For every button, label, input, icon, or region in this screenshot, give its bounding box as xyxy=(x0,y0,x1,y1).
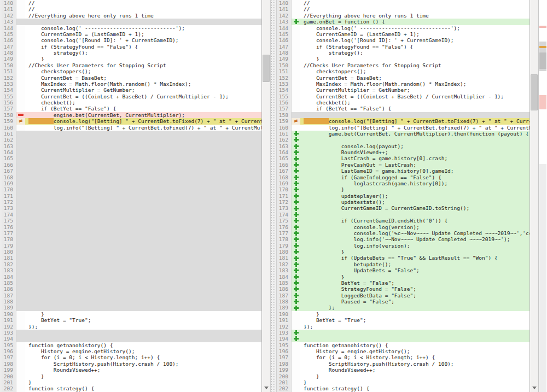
code-text: //Checks User Parameters for Stopping Sc… xyxy=(25,62,261,68)
pane-splitter[interactable] xyxy=(270,0,277,392)
code-line-187: 187 LoggedBetData = "False"; xyxy=(277,292,529,299)
line-margin xyxy=(16,62,25,68)
code-text xyxy=(300,137,529,143)
left-compare-pane[interactable]: 140//141//142//Everything above here onl… xyxy=(0,0,261,392)
line-number: 197 xyxy=(277,354,292,360)
line-margin xyxy=(16,317,25,323)
code-line-148: 148 strategy(); xyxy=(2,50,261,56)
code-text: }; xyxy=(300,305,529,311)
code-text xyxy=(25,336,261,342)
plus-icon xyxy=(292,218,300,224)
changed-text: console.log("[Betting] " + CurrentBet.to… xyxy=(54,118,261,124)
code-text: if (UpdateBets == "True" && LastResult =… xyxy=(300,255,529,261)
code-text xyxy=(25,236,261,242)
nav-tail-region xyxy=(539,164,546,392)
line-number: 184 xyxy=(277,274,292,280)
code-text: console.log('[Round ID]: ' + CurrentGame… xyxy=(25,37,261,43)
line-number: 152 xyxy=(2,75,16,81)
line-margin xyxy=(16,100,25,106)
code-line-172: 172 updatestats(); xyxy=(277,199,529,205)
line-number: 179 xyxy=(277,243,292,249)
line-number: 174 xyxy=(2,212,16,218)
line-number: 142 xyxy=(2,13,16,19)
code-text xyxy=(25,19,261,25)
code-text xyxy=(25,286,261,292)
line-number: 148 xyxy=(277,50,292,56)
line-number: 165 xyxy=(2,155,16,161)
line-number: 157 xyxy=(2,106,16,112)
not-equal-icon: ≠ xyxy=(19,119,23,124)
line-number: 193 xyxy=(277,330,292,336)
line-number: 149 xyxy=(277,56,292,62)
plus-icon xyxy=(294,212,299,217)
line-number: 161 xyxy=(2,131,16,137)
right-scrollbar-thumb[interactable] xyxy=(531,74,538,110)
code-text xyxy=(25,174,261,180)
file-compare-view: 140//141//142//Everything above here onl… xyxy=(0,0,547,392)
plus-icon xyxy=(292,274,300,280)
code-line-197: 197 for (i = 0; i < History.length; i++)… xyxy=(277,354,529,360)
line-number: 191 xyxy=(2,317,16,323)
left-scroll-down-button[interactable] xyxy=(262,385,270,391)
plus-icon xyxy=(292,299,300,305)
right-scroll-down-button[interactable] xyxy=(530,385,538,391)
code-text xyxy=(25,330,261,336)
code-line-202: 202function strategy() { xyxy=(277,385,529,391)
line-number: 188 xyxy=(277,299,292,305)
code-text: CurrentGameID = (LastGameID + 1); xyxy=(300,31,529,37)
line-number: 172 xyxy=(2,199,16,205)
left-scrollbar-thumb[interactable] xyxy=(263,55,270,82)
line-number: 201 xyxy=(2,379,16,385)
line-number: 157 xyxy=(277,106,292,112)
line-number: 202 xyxy=(2,385,16,391)
code-text: updatestats(); xyxy=(300,199,529,205)
line-number: 145 xyxy=(277,31,292,37)
code-line-194: 194 xyxy=(277,336,529,342)
line-number: 180 xyxy=(2,249,16,255)
line-number: 197 xyxy=(2,354,16,360)
plus-icon xyxy=(294,156,299,161)
code-text: CurrentMultiplier = GetNumber; xyxy=(25,87,261,93)
code-text: CurrentGameID = (LastGameID + 1); xyxy=(25,31,261,37)
line-number: 195 xyxy=(277,342,292,348)
left-pane-scrollbar[interactable] xyxy=(261,0,270,392)
minus-icon xyxy=(18,114,24,116)
code-line-180: 180 xyxy=(2,249,261,255)
code-text: History = engine.getHistory(); xyxy=(300,348,529,354)
code-line-142: 142//Everything above here only runs 1 t… xyxy=(2,13,261,19)
plus-icon xyxy=(292,149,300,155)
code-text: RoundsViewed++; xyxy=(25,367,261,373)
code-text: ScriptHistory.push(History.crash / 100); xyxy=(25,361,261,367)
code-text: } xyxy=(300,56,529,62)
line-number: 147 xyxy=(2,44,16,50)
code-text: UpdateBets = "False"; xyxy=(300,267,529,273)
plus-icon xyxy=(294,187,299,192)
plus-icon xyxy=(292,180,300,186)
line-number: 182 xyxy=(277,261,292,267)
line-number: 145 xyxy=(2,31,16,37)
code-line-162: 162 xyxy=(277,137,529,143)
right-compare-pane[interactable]: 140//141//142//Everything above here onl… xyxy=(277,0,529,392)
code-line-144: 144 console.log(' ----------------------… xyxy=(277,25,529,31)
plus-icon xyxy=(292,205,300,211)
code-text: BetYet = "False"; xyxy=(300,280,529,286)
code-text: // xyxy=(300,0,529,6)
code-line-195: 195function getnanohistory() { xyxy=(277,342,529,348)
line-number: 167 xyxy=(277,168,292,174)
line-margin xyxy=(16,186,25,192)
diff-navigation-bar[interactable] xyxy=(538,0,547,392)
code-text: CurrentGameID = CurrentGameID.toString()… xyxy=(300,205,529,211)
code-line-169: 169 loglastcrash(game.history[0]); xyxy=(277,180,529,186)
line-number: 175 xyxy=(277,218,292,224)
line-number: 160 xyxy=(277,125,292,131)
line-margin xyxy=(16,243,25,249)
line-number: 144 xyxy=(2,25,16,31)
right-pane-scrollbar[interactable] xyxy=(529,0,538,392)
code-text: function getnanohistory() { xyxy=(300,342,529,348)
code-text: RoundsViewed++; xyxy=(300,367,529,373)
code-text: updateplayer(); xyxy=(300,193,529,199)
line-number: 201 xyxy=(277,379,292,385)
plus-icon xyxy=(294,274,299,279)
code-text xyxy=(25,137,261,143)
line-number: 177 xyxy=(277,230,292,236)
